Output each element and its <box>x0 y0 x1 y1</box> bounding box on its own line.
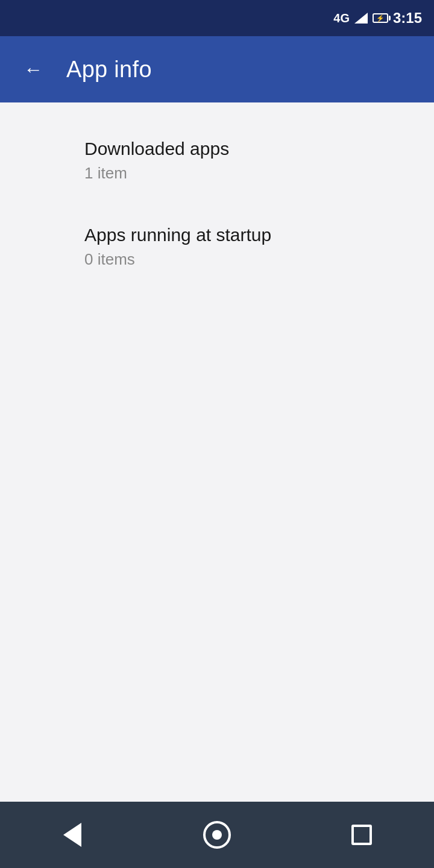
signal-strength-icon <box>354 13 368 24</box>
apps-running-at-startup-item[interactable]: Apps running at startup 0 items <box>0 207 434 287</box>
nav-home-button[interactable] <box>193 811 241 859</box>
downloaded-apps-title: Downloaded apps <box>84 139 350 159</box>
content-area: Downloaded apps 1 item Apps running at s… <box>0 102 434 802</box>
downloaded-apps-subtitle: 1 item <box>84 164 350 183</box>
nav-home-icon <box>203 821 231 849</box>
nav-back-button[interactable] <box>48 811 96 859</box>
back-button[interactable]: ← <box>18 54 48 84</box>
back-arrow-icon: ← <box>24 58 43 81</box>
status-icons: 4G 3:15 <box>333 10 422 27</box>
apps-running-subtitle: 0 items <box>84 250 350 269</box>
network-type-label: 4G <box>333 11 350 25</box>
nav-bar <box>0 802 434 868</box>
apps-running-title: Apps running at startup <box>84 225 350 245</box>
time-label: 3:15 <box>393 10 422 27</box>
nav-recent-icon <box>351 825 372 845</box>
downloaded-apps-item[interactable]: Downloaded apps 1 item <box>0 121 434 201</box>
battery-icon <box>373 13 388 23</box>
nav-back-icon <box>63 823 81 847</box>
status-bar: 4G 3:15 <box>0 0 434 36</box>
nav-recent-button[interactable] <box>338 811 386 859</box>
page-title: App info <box>66 57 152 83</box>
app-bar: ← App info <box>0 36 434 102</box>
